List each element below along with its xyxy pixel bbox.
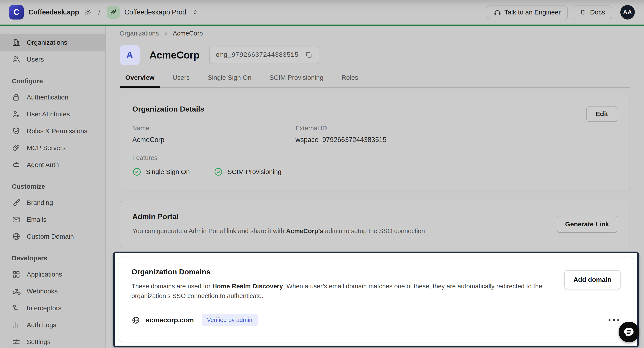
field-value: wspace_97926637244383515 [296,136,617,144]
field-label: Name [132,125,296,132]
sidebar-item-label: Interceptors [27,304,61,312]
add-domain-button[interactable]: Add domain [564,270,620,289]
description-bold: Home Realm Discovery [212,283,283,290]
sidebar-item-emails[interactable]: Emails [0,211,105,228]
bar-chart-icon [12,321,20,329]
sidebar-item-users[interactable]: Users [0,51,105,68]
field-external-id: External ID wspace_97926637244383515 [296,125,617,144]
admin-portal-description: You can generate a Admin Portal link and… [132,226,617,236]
description-text: admin to setup the SSO connection [323,227,425,234]
sidebar-item-settings[interactable]: Settings [0,333,105,348]
description-bold: AcmeCorp’s [286,227,323,234]
webhook-icon [12,287,20,296]
robot-icon [12,160,20,169]
gear-icon[interactable] [84,8,92,16]
sidebar-item-webhooks[interactable]: Webhooks [0,283,105,299]
verified-badge: Verified by admin [202,314,258,326]
chevrons-up-down-icon[interactable] [192,9,198,16]
sidebar-item-applications[interactable]: Applications [0,266,105,283]
sidebar-item-label: Auth Logs [27,321,56,329]
page-header: A AcmeCorp org_97926637244383515 [120,45,630,65]
sidebar-item-label: Custom Domain [27,233,74,240]
feature-single-sign-on: Single Sign On [132,167,190,176]
features-label: Features [132,154,617,162]
sidebar-item-label: Webhooks [27,287,58,295]
paperclip-icon [12,144,20,152]
docs-button[interactable]: Docs [572,6,612,19]
organization-details-fields: Name AcmeCorp External ID wspace_9792663… [132,125,617,144]
description-text: You can generate a Admin Portal link and… [132,227,286,234]
field-value: AcmeCorp [132,136,296,144]
mail-icon [12,215,20,224]
admin-portal-title: Admin Portal [132,212,617,221]
feature-label: Single Sign On [146,168,190,176]
sidebar-item-label: Emails [27,216,46,223]
tab-scim-provisioning[interactable]: SCIM Provisioning [264,74,329,87]
ellipsis-icon[interactable] [608,319,620,321]
sidebar-section-customize: Customize [0,173,105,194]
sidebar-item-label: Branding [27,199,53,206]
environment-accent-line [0,25,644,26]
chat-widget-button[interactable] [618,322,639,342]
globe-icon [12,232,20,241]
user-gear-icon [12,110,20,119]
sidebar-item-label: Roles & Permissions [27,127,88,135]
talk-to-engineer-button[interactable]: Talk to an Engineer [487,6,568,19]
organization-domains-description: These domains are used for Home Realm Di… [132,281,578,301]
app-root: C Coffeedesk.app / Coffeedeskapp Prod Ta… [0,0,644,348]
environment-name: Coffeedeskapp Prod [124,8,186,16]
org-avatar: A [120,45,140,65]
sidebar-section-configure: Configure [0,68,105,89]
sidebar-item-label: Settings [27,338,50,345]
feature-label: SCIM Provisioning [227,168,282,176]
talk-to-engineer-label: Talk to an Engineer [504,9,561,16]
domain-name: acmecorp.com [146,316,194,324]
organization-domains-title: Organization Domains [132,268,620,276]
organization-details-title: Organization Details [132,105,617,113]
organization-domains-highlight: Organization Domains Add domain These do… [113,252,639,347]
sidebar-item-label: Applications [27,271,62,278]
user-avatar[interactable]: AA [620,5,635,20]
main-content: Organizations AcmeCorp A AcmeCorp org_97… [106,26,644,348]
generate-link-button[interactable]: Generate Link [557,216,617,233]
edit-button[interactable]: Edit [586,106,617,122]
sidebar-item-label: User Attributes [27,110,70,118]
tab-bar: Overview Users Single Sign On SCIM Provi… [120,74,630,88]
copy-icon[interactable] [305,51,312,59]
organization-details-card: Organization Details Edit Name AcmeCorp … [120,95,630,190]
sidebar-item-custom-domain[interactable]: Custom Domain [0,228,105,245]
sidebar-item-mcp-servers[interactable]: MCP Servers [0,139,105,156]
sidebar-item-user-attributes[interactable]: User Attributes [0,106,105,123]
tab-roles[interactable]: Roles [336,74,364,87]
breadcrumb-parent[interactable]: Organizations [120,30,159,37]
book-icon [580,9,586,16]
building-icon [12,38,20,47]
sidebar: Organizations Users Configure Authentica… [0,26,106,348]
sidebar-item-label: Agent Auth [27,161,59,169]
rocket-icon [109,8,117,16]
tab-overview[interactable]: Overview [120,74,160,87]
shield-check-icon [12,127,20,135]
sidebar-item-label: MCP Servers [27,144,66,152]
sidebar-item-agent-auth[interactable]: Agent Auth [0,156,105,173]
sidebar-section-developers: Developers [0,245,105,266]
sidebar-item-label: Authentication [27,94,68,101]
sidebar-item-organizations[interactable]: Organizations [0,34,105,51]
sliders-icon [12,337,20,346]
users-icon [12,55,20,64]
tab-single-sign-on[interactable]: Single Sign On [202,74,257,87]
paintbrush-icon [12,198,20,207]
sidebar-item-auth-logs[interactable]: Auth Logs [0,316,105,333]
sidebar-item-interceptors[interactable]: Interceptors [0,299,105,316]
globe-icon [132,316,140,324]
sidebar-item-roles-permissions[interactable]: Roles & Permissions [0,123,105,139]
sidebar-item-authentication[interactable]: Authentication [0,89,105,106]
org-id-value: org_97926637244383515 [216,51,298,59]
tab-users[interactable]: Users [167,74,195,87]
sidebar-item-label: Organizations [27,39,67,46]
app-name: Coffeedesk.app [28,8,79,16]
admin-portal-card: Admin Portal You can generate a Admin Po… [120,201,630,247]
lock-icon [12,93,20,102]
breadcrumb-separator: / [96,8,102,17]
sidebar-item-branding[interactable]: Branding [0,194,105,211]
